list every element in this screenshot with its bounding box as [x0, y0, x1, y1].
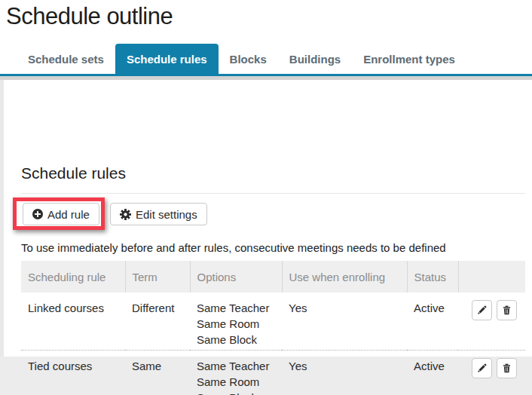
cell-scheduling-rule: Tied courses	[21, 350, 125, 395]
section-divider	[21, 193, 525, 194]
option-line: Same Teacher	[197, 300, 276, 316]
schedule-rules-table: Scheduling rule Term Options Use when en…	[21, 261, 525, 395]
edit-rule-button[interactable]	[472, 300, 492, 320]
edit-rule-button[interactable]	[472, 358, 492, 378]
pencil-icon	[477, 305, 487, 315]
trash-icon	[502, 305, 512, 315]
header-options: Options	[190, 261, 282, 292]
tab-bar: Schedule sets Schedule rules Blocks Buil…	[17, 44, 466, 74]
cell-actions	[458, 292, 525, 350]
cell-actions	[458, 350, 525, 395]
option-line: Same Block	[197, 332, 276, 348]
page-header: Schedule outline Schedule sets Schedule …	[0, 0, 532, 74]
tab-blocks[interactable]: Blocks	[219, 44, 278, 74]
cell-options: Same Teacher Same Room Same Block	[190, 350, 282, 395]
add-rule-label: Add rule	[47, 208, 90, 221]
cell-options: Same Teacher Same Room Same Block	[190, 292, 282, 350]
option-line: Same Room	[197, 316, 276, 332]
pencil-icon	[477, 363, 487, 373]
cell-status: Active	[407, 350, 458, 395]
gear-icon	[120, 209, 131, 220]
consecutive-meetings-note: To use immediately before and after rule…	[21, 241, 446, 254]
tab-content-panel: Schedule rules Add rule	[0, 80, 532, 357]
trash-icon	[502, 363, 512, 373]
header-use-when-enrolling: Use when enrolling	[282, 261, 407, 292]
header-term: Term	[125, 261, 190, 292]
option-line: Same Teacher	[197, 358, 276, 374]
cell-status: Active	[407, 292, 458, 350]
header-status: Status	[407, 261, 458, 292]
header-scheduling-rule: Scheduling rule	[21, 261, 125, 292]
panel-left-border	[0, 80, 4, 357]
tab-schedule-rules[interactable]: Schedule rules	[115, 44, 219, 74]
edit-settings-button[interactable]: Edit settings	[110, 203, 207, 225]
section-heading: Schedule rules	[21, 164, 126, 182]
tab-enrollment-types[interactable]: Enrollment types	[352, 44, 466, 74]
option-line: Same Room	[197, 374, 276, 390]
tab-schedule-sets[interactable]: Schedule sets	[17, 44, 115, 74]
header-actions	[458, 261, 525, 292]
cell-use-when-enrolling: Yes	[282, 350, 407, 395]
add-rule-button[interactable]: Add rule	[23, 203, 99, 225]
table-row-tied-courses: Tied courses Same Same Teacher Same Room…	[21, 350, 525, 395]
plus-circle-icon	[32, 209, 43, 219]
delete-rule-button[interactable]	[497, 300, 517, 320]
cell-term: Same	[125, 350, 190, 395]
cell-term: Different	[125, 292, 190, 350]
option-line: Same Block	[197, 390, 276, 395]
table-row-linked-courses: Linked courses Different Same Teacher Sa…	[21, 292, 525, 350]
table-header-row: Scheduling rule Term Options Use when en…	[21, 261, 525, 292]
delete-rule-button[interactable]	[497, 358, 517, 378]
tab-buildings[interactable]: Buildings	[278, 44, 352, 74]
edit-settings-label: Edit settings	[136, 208, 197, 221]
schedule-outline-page: Schedule outline Schedule sets Schedule …	[0, 0, 532, 395]
cell-scheduling-rule: Linked courses	[21, 292, 125, 350]
cell-use-when-enrolling: Yes	[282, 292, 407, 350]
page-title: Schedule outline	[6, 3, 173, 30]
